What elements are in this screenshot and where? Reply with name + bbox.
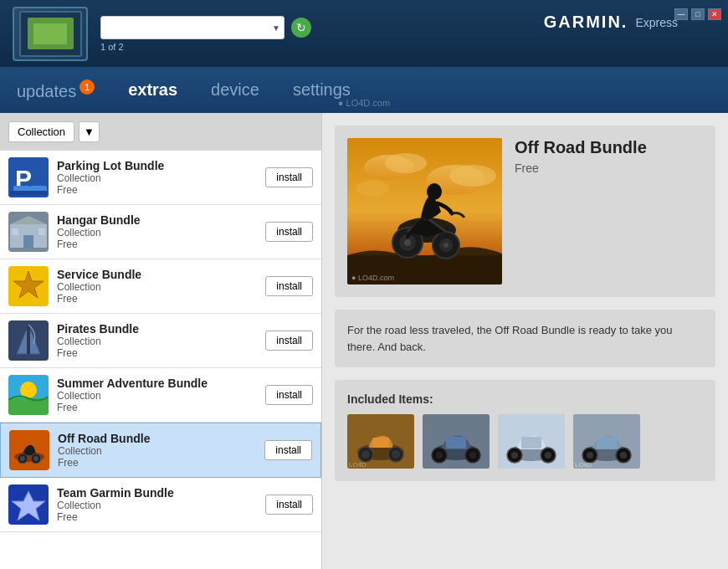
item-category: Collection	[57, 227, 257, 238]
svg-point-71	[587, 452, 593, 459]
item-price: Free	[57, 184, 257, 196]
svg-rect-4	[10, 191, 47, 196]
item-icon-offroad	[9, 430, 49, 470]
item-category: Collection	[57, 390, 257, 402]
detail-info: Off Road Bundle Free	[515, 138, 647, 175]
list-item-offroad[interactable]: Off Road Bundle Collection Free install	[0, 423, 321, 478]
install-button-parking[interactable]: install	[265, 167, 313, 187]
svg-point-31	[449, 165, 496, 187]
item-category: Collection	[57, 172, 257, 184]
maximize-button[interactable]: □	[691, 8, 705, 20]
item-name: Summer Adventure Bundle	[57, 377, 257, 390]
svg-rect-15	[27, 325, 30, 354]
included-title: Included Items:	[347, 392, 703, 406]
install-button-summer[interactable]: install	[265, 385, 313, 405]
detail-description: For the road less traveled, the Off Road…	[347, 324, 673, 353]
detail-price: Free	[515, 161, 647, 175]
svg-rect-9	[12, 228, 18, 235]
item-name: Parking Lot Bundle	[57, 159, 257, 172]
description-card: For the road less traveled, the Off Road…	[335, 310, 715, 367]
right-panel: ● LO4D.com Off Road Bundle Free For the …	[322, 113, 728, 569]
nav-updates[interactable]: updates1	[17, 75, 95, 105]
svg-text:LO4D: LO4D	[575, 461, 592, 469]
item-category: Collection	[58, 445, 256, 457]
svg-point-49	[361, 450, 370, 459]
item-icon-parking: P	[8, 157, 49, 197]
updates-badge: 1	[79, 79, 95, 95]
list-item[interactable]: Pirates Bundle Collection Free install	[0, 314, 321, 368]
item-icon-service	[8, 266, 49, 306]
included-thumb-4: LO4D	[573, 414, 640, 469]
nav-device[interactable]: device	[211, 76, 259, 104]
svg-point-37	[404, 239, 411, 246]
svg-point-40	[443, 243, 449, 248]
included-card: Included Items: LO4D	[335, 380, 715, 481]
item-name: Pirates Bundle	[57, 322, 257, 336]
item-name: Hangar Bundle	[57, 213, 257, 227]
item-info: Service Bundle Collection Free	[57, 268, 257, 305]
svg-rect-66	[521, 437, 541, 449]
left-panel: Collection ▼ P	[0, 113, 322, 569]
svg-point-24	[33, 456, 38, 461]
included-thumb-3	[498, 414, 565, 469]
svg-point-57	[436, 452, 443, 459]
detail-card: ● LO4D.com Off Road Bundle Free	[335, 126, 715, 297]
minimize-button[interactable]: —	[674, 8, 688, 20]
filter-label-button[interactable]: Collection	[8, 121, 74, 142]
window-controls: — □ ✕	[674, 8, 721, 20]
item-info: Hangar Bundle Collection Free	[57, 213, 257, 250]
svg-rect-10	[38, 228, 45, 235]
install-button-teamgarmin[interactable]: install	[265, 495, 313, 515]
svg-point-65	[545, 452, 551, 459]
item-price: Free	[57, 293, 257, 305]
item-price: Free	[57, 402, 257, 413]
item-category: Collection	[57, 336, 257, 347]
item-name: Service Bundle	[57, 268, 257, 281]
svg-rect-17	[8, 398, 49, 415]
item-price: Free	[57, 347, 257, 359]
item-icon-pirates	[8, 320, 49, 361]
filter-bar: Collection ▼	[0, 113, 321, 151]
item-info: Off Road Bundle Collection Free	[58, 432, 256, 469]
list-item[interactable]: Team Garmin Bundle Collection Free insta…	[0, 478, 321, 532]
install-button-service[interactable]: install	[265, 276, 313, 296]
device-selector: nüvi 2360 ↻ 1 of 2	[100, 16, 311, 52]
install-button-hangar[interactable]: install	[265, 222, 313, 242]
svg-rect-59	[446, 437, 466, 449]
list-item[interactable]: Summer Adventure Bundle Collection Free …	[0, 368, 321, 423]
svg-point-32	[356, 180, 389, 197]
included-items-row: LO4D	[347, 414, 703, 469]
device-thumbnail	[13, 7, 88, 61]
svg-rect-73	[597, 437, 617, 449]
item-category: Collection	[57, 500, 257, 511]
device-count: 1 of 2	[100, 42, 124, 52]
included-thumb-1: LO4D	[347, 414, 414, 469]
device-name-input[interactable]: nüvi 2360	[100, 16, 285, 39]
garmin-brand: GARMIN.	[544, 13, 628, 32]
item-info: Parking Lot Bundle Collection Free	[57, 159, 257, 196]
extras-list: P Parking Lot Bundle Collection Free ins…	[0, 151, 321, 569]
install-button-pirates[interactable]: install	[265, 331, 313, 351]
lo4d-watermark: ● LO4D.com	[338, 98, 390, 108]
nav-bar-wrapper: updates1 extras device settings ● LO4D.c…	[0, 67, 728, 113]
nav-extras[interactable]: extras	[128, 76, 177, 104]
item-icon-summer	[8, 375, 49, 415]
list-item[interactable]: P Parking Lot Bundle Collection Free ins…	[0, 151, 321, 205]
list-item[interactable]: Hangar Bundle Collection Free install	[0, 205, 321, 259]
garmin-product: Express	[635, 16, 678, 29]
item-price: Free	[57, 238, 257, 250]
svg-text:LO4D: LO4D	[349, 461, 367, 469]
filter-dropdown-button[interactable]: ▼	[79, 121, 100, 142]
refresh-button[interactable]: ↻	[291, 18, 311, 38]
item-info: Pirates Bundle Collection Free	[57, 322, 257, 359]
item-info: Team Garmin Bundle Collection Free	[57, 486, 257, 523]
close-button[interactable]: ✕	[708, 8, 721, 20]
list-item[interactable]: Service Bundle Collection Free install	[0, 259, 321, 314]
install-button-offroad[interactable]: install	[264, 440, 312, 460]
svg-rect-51	[372, 438, 389, 448]
header: nüvi 2360 ↻ 1 of 2 GARMIN. Express — □ ✕	[0, 0, 728, 67]
svg-point-43	[427, 183, 442, 200]
item-category: Collection	[57, 281, 257, 293]
svg-point-29	[385, 153, 427, 173]
svg-point-64	[511, 452, 518, 459]
